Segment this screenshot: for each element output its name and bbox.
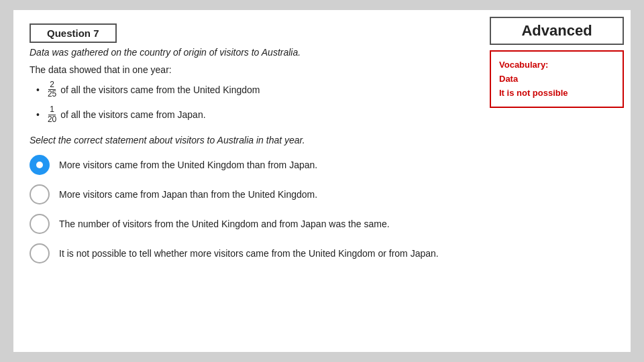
bullet-1-text: of all the visitors came from the United… <box>60 84 260 95</box>
question-label: Question 7 <box>30 23 117 43</box>
vocab-item-2: It is not possible <box>499 86 614 101</box>
option-item-4[interactable]: It is not possible to tell whether more … <box>30 243 486 263</box>
option-item-3[interactable]: The number of visitors from the United K… <box>30 214 486 234</box>
select-prompt: Select the correct statement about visit… <box>30 135 486 145</box>
bullet-item-2: • 1 20 of all the visitors came from Jap… <box>36 105 486 123</box>
fraction-2-den: 20 <box>46 115 58 124</box>
options-list: More visitors came from the United Kingd… <box>30 155 486 263</box>
advanced-label: Advanced <box>521 22 592 39</box>
option-item-1[interactable]: More visitors came from the United Kingd… <box>30 155 486 175</box>
option-item-2[interactable]: More visitors came from Japan than from … <box>30 184 486 204</box>
option-text-4: It is not possible to tell whether more … <box>59 248 439 259</box>
slide: Advanced Vocabulary: Data It is not poss… <box>13 10 631 352</box>
radio-4[interactable] <box>30 243 50 263</box>
vocab-title: Vocabulary: <box>499 58 614 72</box>
right-panel: Advanced Vocabulary: Data It is not poss… <box>490 17 624 108</box>
radio-3[interactable] <box>30 214 50 234</box>
bullet-item-1: • 2 25 of all the visitors came from the… <box>36 80 486 99</box>
option-text-1: More visitors came from the United Kingd… <box>59 160 317 170</box>
radio-1[interactable] <box>30 155 50 175</box>
option-text-3: The number of visitors from the United K… <box>59 219 390 229</box>
radio-2[interactable] <box>30 184 50 204</box>
fraction-2: 1 20 <box>46 105 58 123</box>
fraction-1: 2 25 <box>46 80 58 99</box>
fraction-1-num: 2 <box>48 80 56 90</box>
fraction-2-num: 1 <box>48 105 56 115</box>
bullet-list: • 2 25 of all the visitors came from the… <box>36 80 486 124</box>
advanced-badge: Advanced <box>490 17 624 45</box>
bullet-2-text: of all the visitors came from Japan. <box>60 109 205 120</box>
intro-text: Data was gathered on the country of orig… <box>30 47 486 58</box>
vocab-item-1: Data <box>499 72 614 86</box>
vocab-box: Vocabulary: Data It is not possible <box>490 50 624 108</box>
content-area: Data was gathered on the country of orig… <box>30 47 486 263</box>
showed-text: The data showed that in one year: <box>30 64 486 75</box>
fraction-1-den: 25 <box>46 90 58 99</box>
option-text-2: More visitors came from Japan than from … <box>59 189 317 200</box>
